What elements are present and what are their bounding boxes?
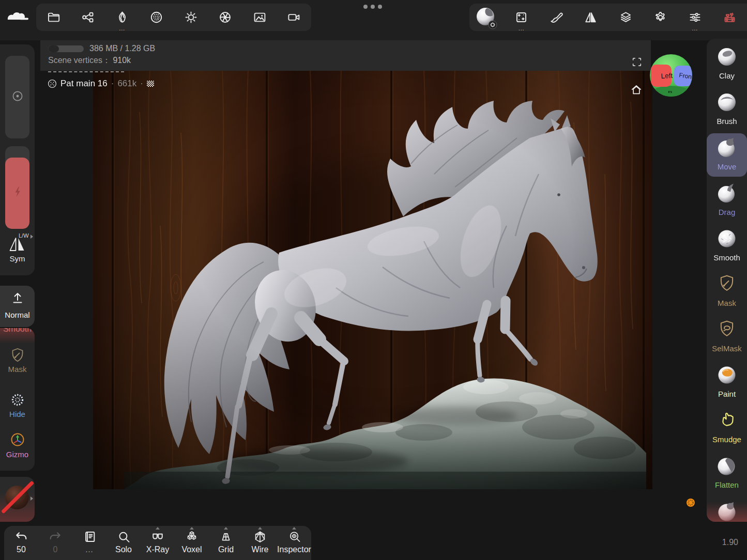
expand-caret-icon (31, 496, 33, 501)
aperture-icon[interactable] (208, 4, 243, 31)
memory-usage: 386 MB / 1.28 GB (89, 44, 155, 53)
validate-topology-button[interactable] (686, 498, 695, 509)
redo-count: 0 (38, 545, 72, 554)
dotted-sphere-icon[interactable] (140, 4, 174, 31)
app-logo-icon[interactable] (6, 9, 30, 25)
sphere-icon (716, 501, 737, 522)
gear-icon[interactable] (643, 4, 678, 31)
left-tools-panel: Smooth Mask Hide Gizmo (0, 328, 35, 471)
tool-move-selected[interactable]: Move (707, 133, 747, 177)
hide-tool-left[interactable]: Hide (0, 392, 35, 418)
active-object-row[interactable]: Pat main 16 · 661k · (48, 79, 155, 89)
primitive-gem-icon[interactable]: … (105, 4, 140, 31)
tool-clay[interactable]: Clay (707, 46, 747, 87)
options-caret-icon (190, 527, 194, 530)
undo-count: 50 (4, 545, 38, 554)
magnifier-icon (106, 530, 141, 545)
flatten-sphere-icon (716, 456, 737, 478)
panel-resize-dashes[interactable] (48, 71, 124, 72)
radius-slider[interactable] (5, 56, 29, 138)
toolbox-icon[interactable] (712, 4, 747, 31)
tool-smooth[interactable]: Smooth (707, 228, 747, 269)
falloff-button[interactable]: Normal (0, 286, 35, 327)
gizmo-tool-left[interactable]: Gizmo (0, 431, 35, 459)
redo-button[interactable]: 0 (38, 526, 72, 560)
notebook-icon (72, 530, 106, 545)
left-stroke-panel: L/W Sym (0, 44, 35, 275)
move-sphere-icon (716, 137, 737, 160)
toolbar-right: … (469, 4, 747, 31)
options-caret-icon (258, 527, 262, 530)
shield-brush-icon (10, 347, 25, 363)
folder-icon[interactable] (36, 4, 71, 31)
tool-next-partial[interactable] (707, 501, 747, 522)
voxel-button[interactable]: Voxel (175, 526, 209, 560)
more-dots: … (119, 26, 126, 31)
wireframe-hexagon-icon (243, 530, 277, 545)
drag-sphere-icon (716, 183, 737, 206)
falloff-label: Normal (0, 310, 35, 319)
paint-sphere-icon (716, 365, 737, 387)
sym-button[interactable]: Sym (0, 254, 35, 263)
navigation-sphere[interactable]: Left Front B (649, 54, 693, 99)
more-dots: … (518, 26, 525, 31)
wire-button[interactable]: Wire (243, 526, 277, 560)
stamp-icon[interactable]: … (504, 4, 539, 31)
layers-icon[interactable] (608, 4, 643, 31)
tool-mask[interactable]: Mask (707, 274, 747, 314)
navcube-left-label: Left (661, 72, 673, 80)
tool-selmask[interactable]: SelMask (707, 319, 747, 360)
more-dots: … (692, 26, 698, 31)
material-slot-panel[interactable] (0, 477, 35, 522)
redo-icon (38, 530, 72, 545)
sun-icon[interactable] (174, 4, 208, 31)
scene-vertices: Scene vertices： 910k (48, 55, 131, 66)
shield-lasso-icon (718, 319, 736, 340)
glasses-icon (141, 530, 175, 545)
brush-sphere-icon (716, 92, 737, 115)
memory-progress-fill (48, 45, 59, 52)
sculpt-viewport[interactable] (93, 71, 652, 489)
fullscreen-icon[interactable] (631, 56, 643, 70)
magnifier-eye-icon (277, 530, 311, 545)
tool-brush[interactable]: Brush (707, 92, 747, 132)
tool-flatten[interactable]: Flatten (707, 456, 747, 496)
scrolled-tool-label[interactable]: Smooth (0, 328, 35, 334)
multitask-dots[interactable] (363, 5, 382, 9)
xray-button[interactable]: X-Ray (141, 526, 175, 560)
cubes-icon (175, 530, 209, 545)
checker-icon (147, 81, 155, 87)
options-caret-icon (156, 527, 160, 530)
solo-button[interactable]: Solo (106, 526, 141, 560)
undo-button[interactable]: 50 (4, 526, 38, 560)
video-camera-icon[interactable] (277, 4, 312, 31)
home-icon[interactable] (630, 83, 643, 99)
mask-tool-left[interactable]: Mask (0, 347, 35, 374)
toolbar-left: … (36, 4, 311, 31)
tool-smudge[interactable]: Smudge (707, 410, 747, 450)
intensity-slider[interactable] (5, 146, 29, 229)
history-more: … (72, 545, 106, 554)
smudge-finger-icon (718, 410, 736, 431)
matcap-sphere-icon[interactable] (469, 4, 504, 31)
sliders-icon[interactable]: … (678, 4, 712, 31)
navcube-bottom-label: B (668, 90, 673, 94)
mirror-icon[interactable] (573, 4, 608, 31)
memory-progress-bar (48, 45, 84, 52)
object-vertex-count: 661k (117, 79, 136, 89)
grid-button[interactable]: Grid (209, 526, 243, 560)
arrow-up-icon (10, 290, 25, 307)
inspector-button[interactable]: Inspector (277, 526, 311, 560)
node-graph-icon[interactable] (71, 4, 105, 31)
paintbrush-icon[interactable] (539, 4, 573, 31)
tool-paint[interactable]: Paint (707, 365, 747, 405)
object-name: Pat main 16 (60, 79, 108, 89)
circle-dot-icon (11, 89, 24, 105)
tool-drag[interactable]: Drag (707, 183, 747, 223)
image-icon[interactable] (242, 4, 277, 31)
shield-brush-icon (718, 274, 736, 294)
lightning-bolt-icon (11, 185, 24, 200)
history-button[interactable]: … (72, 526, 106, 560)
tool-panel: Clay Brush Move Drag (707, 39, 747, 522)
gizmo-orb-icon (9, 431, 26, 448)
